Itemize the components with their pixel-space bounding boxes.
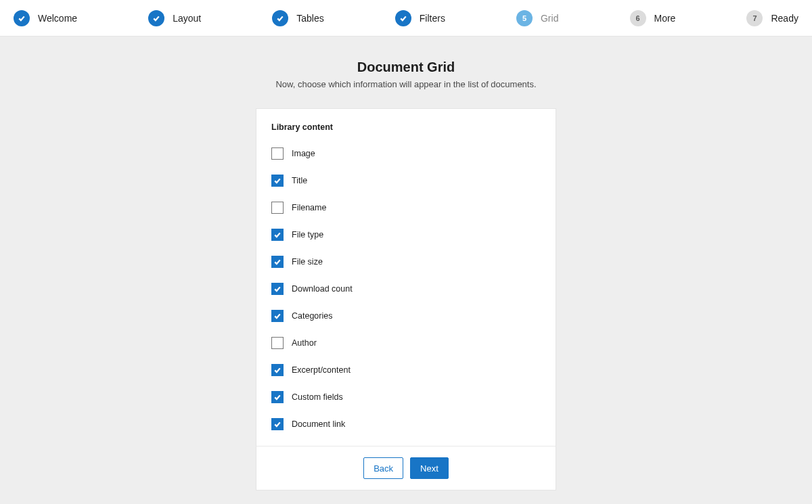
back-button[interactable]: Back bbox=[363, 457, 403, 479]
wizard-stepper: WelcomeLayoutTablesFilters5Grid6More7Rea… bbox=[0, 0, 812, 37]
step-layout[interactable]: Layout bbox=[148, 10, 201, 26]
option-label: File size bbox=[292, 257, 323, 267]
option-row[interactable]: Categories bbox=[271, 302, 541, 329]
section-title: Library content bbox=[271, 122, 541, 132]
step-label: Tables bbox=[296, 13, 323, 24]
option-row[interactable]: Title bbox=[271, 167, 541, 194]
checkbox[interactable] bbox=[271, 147, 284, 160]
page-title: Document Grid bbox=[0, 60, 812, 75]
step-grid[interactable]: 5Grid bbox=[516, 10, 558, 26]
option-row[interactable]: Download count bbox=[271, 275, 541, 302]
options-list: ImageTitleFilenameFile typeFile sizeDown… bbox=[271, 140, 541, 438]
step-label: Grid bbox=[541, 13, 558, 24]
page-heading: Document Grid Now, choose which informat… bbox=[0, 60, 812, 89]
checkbox[interactable] bbox=[271, 175, 284, 187]
option-row[interactable]: Image bbox=[271, 140, 541, 167]
checkbox[interactable] bbox=[271, 364, 284, 376]
option-label: Custom fields bbox=[292, 392, 343, 402]
option-label: File type bbox=[292, 230, 323, 239]
checkbox[interactable] bbox=[271, 337, 284, 349]
step-label: Welcome bbox=[38, 13, 77, 24]
step-label: More bbox=[654, 13, 676, 24]
step-number-badge: 6 bbox=[630, 10, 646, 26]
check-icon bbox=[272, 10, 288, 26]
step-welcome[interactable]: Welcome bbox=[14, 10, 77, 26]
page-body: Document Grid Now, choose which informat… bbox=[0, 37, 812, 504]
step-ready[interactable]: 7Ready bbox=[746, 10, 798, 26]
option-label: Document link bbox=[292, 419, 345, 429]
step-more[interactable]: 6More bbox=[630, 10, 676, 26]
checkbox[interactable] bbox=[271, 391, 284, 403]
options-card: Library content ImageTitleFilenameFile t… bbox=[256, 108, 556, 490]
option-label: Download count bbox=[292, 284, 353, 294]
step-filters[interactable]: Filters bbox=[395, 10, 445, 26]
option-label: Author bbox=[292, 338, 317, 348]
card-body: Library content ImageTitleFilenameFile t… bbox=[256, 109, 556, 446]
option-row[interactable]: Document link bbox=[271, 411, 541, 438]
checkbox[interactable] bbox=[271, 229, 284, 241]
step-label: Filters bbox=[420, 13, 445, 24]
option-label: Excerpt/content bbox=[292, 365, 351, 375]
option-row[interactable]: Filename bbox=[271, 194, 541, 221]
step-number-badge: 7 bbox=[746, 10, 763, 26]
checkbox[interactable] bbox=[271, 202, 284, 214]
check-icon bbox=[14, 10, 30, 26]
option-label: Categories bbox=[292, 311, 332, 321]
step-tables[interactable]: Tables bbox=[272, 10, 323, 26]
checkbox[interactable] bbox=[271, 418, 284, 430]
step-label: Ready bbox=[771, 13, 798, 24]
page-subtitle: Now, choose which information will appea… bbox=[0, 79, 812, 89]
option-label: Image bbox=[292, 149, 315, 158]
checkbox[interactable] bbox=[271, 283, 284, 295]
option-row[interactable]: Custom fields bbox=[271, 384, 541, 411]
checkbox[interactable] bbox=[271, 256, 284, 268]
next-button[interactable]: Next bbox=[410, 457, 449, 479]
check-icon bbox=[148, 10, 164, 26]
option-row[interactable]: Excerpt/content bbox=[271, 357, 541, 384]
check-icon bbox=[395, 10, 411, 26]
card-footer: Back Next bbox=[256, 446, 556, 490]
option-label: Filename bbox=[292, 203, 326, 212]
step-label: Layout bbox=[173, 13, 201, 24]
option-row[interactable]: File type bbox=[271, 221, 541, 248]
step-number-badge: 5 bbox=[516, 10, 533, 26]
option-label: Title bbox=[292, 176, 307, 185]
checkbox[interactable] bbox=[271, 310, 284, 322]
option-row[interactable]: File size bbox=[271, 248, 541, 275]
option-row[interactable]: Author bbox=[271, 329, 541, 357]
